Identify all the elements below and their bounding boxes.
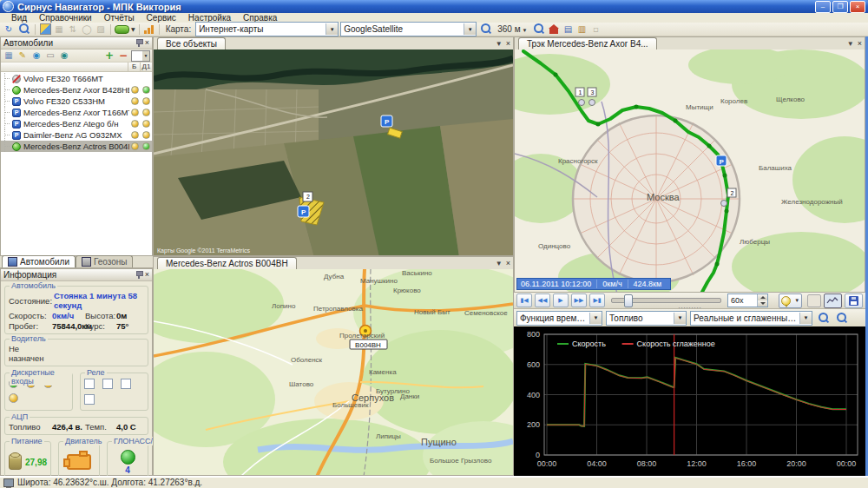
map-provider-select[interactable]: Интернет-карты ▼ — [195, 22, 339, 36]
tab-geozones[interactable]: Геозоны — [76, 255, 134, 267]
info-panel: Информация × Автомобиль Состояние: Стоян… — [0, 268, 153, 476]
chart-zoom-in-button[interactable] — [816, 313, 831, 324]
playback-speed-spinner[interactable]: 60x — [727, 293, 768, 307]
skip-start-button[interactable]: ▮◀ — [516, 293, 532, 307]
engine-icon — [67, 454, 91, 470]
chart-function-select[interactable]: Функция времени ▼ — [516, 311, 602, 326]
chevron-down-icon[interactable]: ▼ — [496, 260, 503, 267]
fast-forward-button[interactable]: ▶▶ — [571, 293, 587, 307]
minimize-button[interactable]: – — [815, 1, 831, 13]
vehicle-button[interactable]: ▭ — [44, 49, 56, 62]
menu-item-4[interactable]: Сервис — [141, 13, 182, 23]
view-select[interactable]: ▼ — [131, 50, 150, 62]
spinner-arrows[interactable] — [757, 294, 767, 307]
save-button[interactable] — [845, 293, 863, 308]
tab-actros[interactable]: Mercedes-Benz Actros В004ВН — [157, 257, 297, 269]
vehicle-row[interactable]: PVolvo FE320 С533НМ — [1, 96, 152, 107]
vehicles-toolbar: ▦ ✎ ◉ ▭ ◉ + − ▼ — [1, 49, 152, 63]
report-grid-button[interactable] — [39, 23, 51, 36]
title-bar[interactable]: Сирнус Навигатор - МПК Виктория – ❐ × — [0, 0, 868, 13]
map-attribution: Карты Google ©2011 TerraMetrics — [157, 247, 250, 254]
magnifier-icon — [19, 23, 29, 33]
vehicle-row[interactable]: Mercedes-Benz Axor В428НВ — [1, 84, 152, 96]
web-button[interactable]: ◉ — [58, 49, 70, 62]
track-color-button[interactable]: ▼ — [115, 23, 135, 36]
chart-mode-select[interactable]: Реальные и сглаженные значен ▼ — [690, 311, 812, 326]
show-chart-toggle[interactable] — [824, 293, 842, 308]
vehicles-panel: Автомобили × ▦ ✎ ◉ ▭ ◉ + − ▼ Б Д1 Volvo … — [0, 36, 153, 256]
pin-icon[interactable] — [135, 39, 142, 47]
search-button[interactable] — [16, 23, 31, 35]
marker-style-button[interactable]: ▼ — [779, 293, 802, 308]
close-icon[interactable]: × — [506, 40, 510, 48]
skip-end-button[interactable]: ▶▮ — [589, 293, 605, 307]
status-bar: Широта: 46.23632°с.ш. Долгота: 41.27263°… — [0, 476, 868, 488]
tab-track[interactable]: Трэк Mercedes-Benz Axor В4... — [518, 37, 657, 49]
info-panel-header: Информация × — [1, 269, 152, 281]
list-button[interactable]: ▤ — [562, 23, 574, 36]
notes-button[interactable]: ▥ — [575, 23, 588, 36]
relay-checkbox[interactable] — [84, 379, 95, 389]
glonass-gps-icon — [121, 450, 135, 465]
globe-button[interactable]: ◉ — [30, 49, 43, 62]
map-town-label: Люберцы — [740, 238, 770, 246]
chart-button[interactable] — [143, 23, 155, 36]
close-button[interactable]: × — [850, 1, 865, 13]
satellite-map[interactable]: P 2 P Карты Google ©2011 TerraMetrics — [154, 49, 513, 255]
disabled-option-button — [807, 294, 820, 307]
chevron-down-icon[interactable]: ▼ — [847, 40, 854, 48]
vehicle-name: Volvo FE320 С533НМ — [23, 96, 129, 106]
slider-thumb[interactable] — [624, 294, 633, 307]
relay-checkbox[interactable] — [102, 379, 113, 389]
road-map[interactable]: В004ВН ДубнаМанушкиноВаськиноКрюковоЛопи… — [154, 269, 513, 475]
chart-zoom-out-button[interactable] — [834, 313, 849, 324]
track-map[interactable]: 1 3 P 2 КрасногорскОдинцовоМоскваМытищиК… — [515, 49, 865, 292]
vehicle-name: Daimler-Benz AG О932МХ — [23, 130, 129, 140]
add-vehicle-button[interactable]: + — [103, 49, 115, 62]
vehicle-row[interactable]: Volvo FE320 Т666МТ — [1, 73, 152, 84]
course-value: 75° — [116, 321, 144, 331]
close-icon[interactable]: × — [145, 39, 149, 47]
close-icon[interactable]: × — [506, 260, 510, 267]
home-button[interactable] — [548, 23, 560, 36]
step-back-button[interactable]: ◀◀ — [535, 293, 550, 307]
remove-vehicle-button[interactable]: − — [117, 49, 129, 62]
map-scale[interactable]: 360 м▼ — [497, 24, 527, 34]
relay-checkbox[interactable] — [121, 379, 131, 389]
tab-vehicles[interactable]: Автомобили — [2, 255, 76, 267]
pin-icon[interactable] — [135, 271, 142, 279]
menu-item-2[interactable]: Справочники — [33, 13, 98, 23]
map-layer-select[interactable]: GoogleSatellite ▼ — [340, 22, 477, 36]
vehicle-row[interactable]: PMercedes-Benz Atego б/н — [1, 118, 152, 129]
relay-checkbox[interactable] — [84, 394, 95, 405]
edit-button[interactable]: ✎ — [16, 49, 29, 62]
status-led — [142, 120, 150, 128]
disabled-square-button: ▫ — [589, 23, 602, 36]
menu-item-3[interactable]: Отчёты — [98, 13, 141, 23]
vehicle-state-icon: P — [12, 109, 21, 117]
group-button[interactable]: ▦ — [3, 49, 15, 62]
zoom-out-button[interactable] — [531, 23, 546, 35]
magnifier-icon — [837, 313, 846, 322]
vehicle-state-icon: P — [12, 120, 21, 129]
svg-text:00:00: 00:00 — [537, 459, 557, 468]
vehicle-row[interactable]: PMercedes-Benz Axor Т166МТ — [1, 107, 152, 118]
chart-parameter-select[interactable]: Топливо ▼ — [606, 311, 687, 326]
restore-button[interactable]: ❐ — [832, 1, 848, 13]
track-parking-marker[interactable]: P — [716, 155, 727, 166]
vehicle-row[interactable]: PDaimler-Benz AG О932МХ — [1, 129, 152, 141]
close-icon[interactable]: × — [145, 271, 149, 279]
playback-slider[interactable] — [611, 298, 721, 303]
chevron-down-icon[interactable]: ▼ — [496, 40, 503, 48]
status-led — [131, 97, 139, 105]
map-town-label: Каменка — [369, 368, 397, 376]
close-icon[interactable]: × — [858, 40, 862, 48]
refresh-button[interactable]: ↻ — [3, 23, 15, 36]
app-window: Сирнус Навигатор - МПК Виктория – ❐ × Ви… — [0, 0, 868, 488]
tab-all-objects[interactable]: Все объекты — [157, 37, 226, 49]
play-button[interactable]: ▶ — [553, 293, 569, 307]
menu-item-1[interactable]: Вид — [5, 13, 33, 23]
vehicle-row[interactable]: Mercedes-Benz Actros В004ВН — [1, 141, 152, 152]
vehicle-state-icon: P — [12, 97, 21, 106]
zoom-in-button[interactable] — [478, 23, 493, 35]
